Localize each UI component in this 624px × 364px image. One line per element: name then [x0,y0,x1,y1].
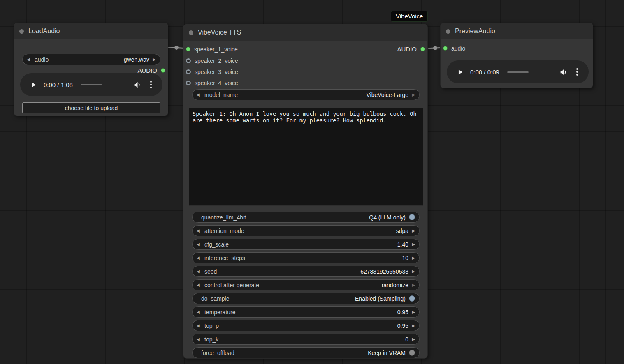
param-force-offload[interactable]: force_offload Keep in VRAM [192,347,420,358]
widget-value: 10 [402,255,408,261]
combo-right-arrow-icon[interactable]: ▶ [408,337,415,341]
audio-file-combo[interactable]: ◀ audio gwen.wav ▶ [22,54,160,65]
widget-label: top_k [204,336,218,343]
widget-label: quantize_llm_4bit [201,214,246,221]
widget-value: VibeVoice-Large [367,92,408,98]
param-control-after-generate[interactable]: ◀ control after generate randomize ▶ [192,279,420,290]
output-port[interactable] [161,68,165,73]
combo-left-arrow-icon[interactable]: ◀ [27,57,33,62]
widget-label: temperature [204,309,235,316]
input-port[interactable] [186,69,191,74]
output-port[interactable] [420,47,425,51]
combo-left-arrow-icon[interactable]: ◀ [197,92,203,97]
combo-left-arrow-icon[interactable]: ◀ [197,256,203,260]
player-menu-icon[interactable] [149,80,153,89]
input-port[interactable] [186,58,191,63]
combo-right-arrow-icon[interactable]: ▶ [408,323,415,328]
widget-label: attention_mode [204,228,244,234]
node-preview-audio[interactable]: PreviewAudio audio 0:00 / 0:09 [440,23,593,88]
widget-value: 0 [405,336,408,343]
audio-player: 0:00 / 0:09 [447,60,589,83]
toggle-knob-icon[interactable] [409,350,415,356]
speaker-text-input[interactable]: Speaker 1: Oh Anon I love you so much an… [189,108,423,206]
player-time: 0:00 / 1:08 [44,81,73,88]
choose-file-button[interactable]: choose file to upload [22,102,160,113]
combo-right-arrow-icon[interactable]: ▶ [408,256,415,260]
node-title-bar[interactable]: VibeVoice TTS [183,24,427,41]
node-title: LoadAudio [28,28,60,35]
play-icon[interactable] [457,69,464,76]
combo-left-arrow-icon[interactable]: ◀ [197,337,203,341]
input-port[interactable] [186,81,191,85]
seek-bar[interactable] [81,84,102,85]
param-top-p[interactable]: ◀ top_p 0.95 ▶ [192,320,420,331]
node-collapse-dot[interactable] [446,29,450,34]
seek-bar[interactable] [507,71,529,73]
combo-left-arrow-icon[interactable]: ◀ [197,310,203,314]
input-slot-speaker-4: speaker_4_voice [186,78,238,88]
input-port[interactable] [186,47,190,51]
widget-label: model_name [204,92,238,98]
node-title: PreviewAudio [455,28,495,35]
param-top-k[interactable]: ◀ top_k 0 ▶ [192,334,420,345]
node-vibevoice-tts[interactable]: VibeVoice TTS speaker_1_voice speaker_2_… [183,24,428,359]
player-menu-icon[interactable] [575,67,579,76]
output-slot-audio: AUDIO [397,44,425,54]
combo-left-arrow-icon[interactable]: ◀ [197,242,203,247]
widget-value: sdpa [396,228,408,234]
combo-right-arrow-icon[interactable]: ▶ [149,57,156,62]
widget-value: randomize [382,282,408,288]
toggle-knob-icon[interactable] [409,214,415,220]
param-cfg-scale[interactable]: ◀ cfg_scale 1.40 ▶ [192,239,420,250]
widget-value: Q4 (LLM only) [369,214,406,221]
play-icon[interactable] [30,81,37,88]
combo-right-arrow-icon[interactable]: ▶ [408,269,415,274]
widget-label: top_p [204,323,219,329]
param-do-sample[interactable]: do_sample Enabled (Sampling) [192,293,420,304]
node-collapse-dot[interactable] [189,30,193,35]
player-time: 0:00 / 0:09 [470,69,499,76]
combo-left-arrow-icon[interactable]: ◀ [197,228,203,233]
input-slot-label: speaker_4_voice [195,80,238,86]
node-title-bar[interactable]: LoadAudio [14,23,168,39]
node-collapse-dot[interactable] [19,29,24,34]
param-seed[interactable]: ◀ seed 627831926650533 ▶ [192,266,420,277]
input-slot-speaker-2: speaker_2_voice [186,56,238,65]
widget-label: force_offload [201,350,234,356]
combo-right-arrow-icon[interactable]: ▶ [408,228,415,233]
combo-right-arrow-icon[interactable]: ▶ [408,283,415,287]
widget-value: 0.95 [397,323,408,329]
combo-right-arrow-icon[interactable]: ▶ [408,310,415,314]
widget-label: seed [204,268,217,275]
node-title-bar[interactable]: PreviewAudio [441,23,593,39]
combo-left-arrow-icon[interactable]: ◀ [197,283,203,287]
combo-left-arrow-icon[interactable]: ◀ [197,323,203,328]
link-midpoint-dot [433,46,437,50]
widget-label: inference_steps [204,255,245,261]
param-quantize-llm-4bit[interactable]: quantize_llm_4bit Q4 (LLM only) [192,212,420,223]
input-slot-label: speaker_3_voice [195,69,238,75]
input-slot-speaker-3: speaker_3_voice [186,67,238,76]
param-temperature[interactable]: ◀ temperature 0.95 ▶ [192,306,420,318]
widget-label: do_sample [201,295,230,302]
model-name-combo[interactable]: ◀ model_name VibeVoice-Large ▶ [192,89,420,100]
widget-value: 627831926650533 [360,268,408,275]
group-title-vibevoice[interactable]: VibeVoice [391,11,428,22]
input-slot-audio: audio [443,44,465,53]
combo-right-arrow-icon[interactable]: ▶ [408,92,415,97]
param-inference-steps[interactable]: ◀ inference_steps 10 ▶ [192,252,420,263]
combo-left-arrow-icon[interactable]: ◀ [197,269,203,274]
node-title: VibeVoice TTS [198,29,241,36]
input-port[interactable] [443,46,448,51]
widget-label: control after generate [204,282,259,288]
volume-icon[interactable] [559,68,568,76]
param-attention-mode[interactable]: ◀ attention_mode sdpa ▶ [192,225,420,236]
output-slot-label: AUDIO [397,46,417,53]
widget-value: 1.40 [397,241,408,248]
node-load-audio[interactable]: LoadAudio AUDIO ◀ audio gwen.wav ▶ 0:00 … [14,23,168,116]
volume-icon[interactable] [133,81,142,89]
toggle-knob-icon[interactable] [409,295,415,302]
widget-label: cfg_scale [204,241,229,248]
combo-right-arrow-icon[interactable]: ▶ [408,242,415,247]
widget-value: Enabled (Sampling) [355,295,406,302]
